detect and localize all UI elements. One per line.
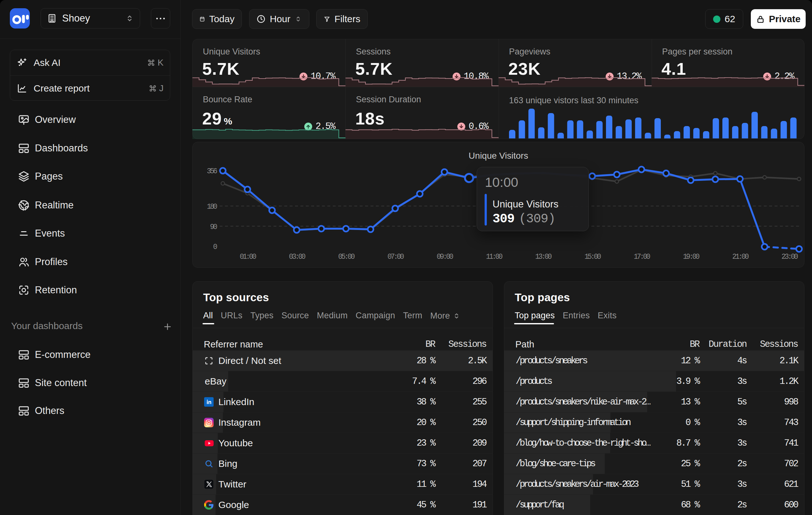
svg-text:09:00: 09:00 [437,253,453,261]
svg-text:13:00: 13:00 [535,253,552,261]
svg-text:05:00: 05:00 [338,253,355,261]
svg-text:15:00: 15:00 [584,253,601,261]
svg-text:180: 180 [207,203,218,211]
svg-text:356: 356 [207,167,218,176]
svg-text:17:00: 17:00 [634,253,650,261]
svg-text:90: 90 [210,223,217,231]
svg-text:23:00: 23:00 [782,253,798,261]
svg-text:21:00: 21:00 [732,253,749,261]
svg-text:01:00: 01:00 [240,253,256,261]
svg-text:19:00: 19:00 [683,253,699,261]
svg-text:03:00: 03:00 [289,253,306,261]
svg-text:11:00: 11:00 [486,253,502,261]
svg-text:0: 0 [213,243,217,251]
svg-text:07:00: 07:00 [387,253,404,261]
